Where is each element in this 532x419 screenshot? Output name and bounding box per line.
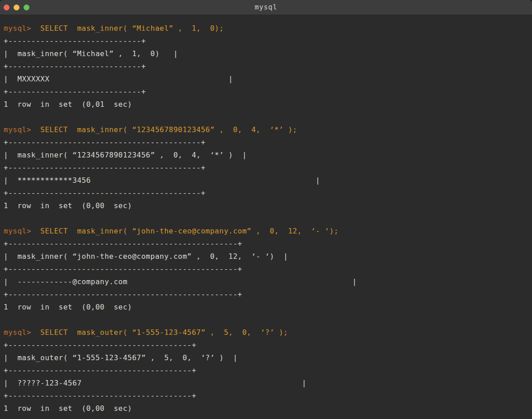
mysql-prompt: mysql> [4,24,31,33]
minimize-button-icon[interactable] [14,5,19,10]
query-block: mysql> SELECT mask_outer( “1-555-123-456… [4,326,528,415]
sql-command: SELECT mask_inner( “1234567890123456” , … [31,125,297,134]
blank-line [4,212,528,225]
sql-command: SELECT mask_outer( “1-555-123-4567” , 5,… [31,328,288,337]
sql-command: SELECT mask_inner( “john-the-ceo@company… [31,227,339,235]
terminal-window: mysql mysql> SELECT mask_inner( “Michael… [0,0,532,419]
command-line: mysql> SELECT mask_inner( “Michael” , 1,… [4,22,528,35]
mysql-prompt: mysql> [4,125,31,134]
status-line: 1 row in set (0,00 sec) [4,301,528,314]
table-result-row: | ------------@company.com | [4,276,528,288]
table-border: +---------------------------------------… [4,364,528,377]
table-border: +-----------------------------+ [4,60,528,73]
status-line: 1 row in set (0,00 sec) [4,200,528,212]
zoom-button-icon[interactable] [24,5,29,10]
command-line: mysql> SELECT mask_outer( “1-555-123-456… [4,326,528,339]
table-border: +---------------------------------------… [4,238,528,250]
status-line: 1 row in set (0,00 sec) [4,402,528,415]
table-border: +---------------------------------------… [4,339,528,352]
query-block: mysql> SELECT mask_inner( “Michael” , 1,… [4,22,528,124]
table-result-row: | ************3456 | [4,174,528,187]
table-header-row: | mask_inner( “john-the-ceo@company.com”… [4,250,528,263]
table-border: +---------------------------------------… [4,162,528,174]
command-line: mysql> SELECT mask_inner( “1234567890123… [4,124,528,136]
table-border: +-----------------------------+ [4,35,528,48]
mysql-prompt: mysql> [4,227,31,235]
table-border: +-----------------------------+ [4,86,528,98]
window-title: mysql [254,3,277,11]
table-border: +---------------------------------------… [4,187,528,200]
query-block: mysql> SELECT mask_inner( “john-the-ceo@… [4,225,528,326]
blank-line [4,111,528,124]
query-block: mysql> SELECT mask_inner( “1234567890123… [4,124,528,225]
table-border: +---------------------------------------… [4,390,528,402]
close-button-icon[interactable] [4,5,10,10]
table-header-row: | mask_inner( “1234567890123456” , 0, 4,… [4,149,528,162]
table-border: +---------------------------------------… [4,288,528,301]
command-line: mysql> SELECT mask_inner( “john-the-ceo@… [4,225,528,238]
status-line: 1 row in set (0,01 sec) [4,98,528,111]
sql-command: SELECT mask_inner( “Michael” , 1, 0); [31,24,224,33]
table-result-row: | MXXXXXX | [4,73,528,86]
table-border: +---------------------------------------… [4,263,528,276]
table-header-row: | mask_outer( “1-555-123-4567” , 5, 0, ‘… [4,352,528,364]
table-result-row: | ?????-123-4567 | [4,377,528,390]
mysql-prompt: mysql> [4,328,31,337]
table-header-row: | mask_inner( “Michael” , 1, 0) | [4,48,528,60]
blank-line [4,314,528,326]
traffic-lights [4,0,29,14]
terminal-output: mysql> SELECT mask_inner( “Michael” , 1,… [0,14,532,415]
table-border: +---------------------------------------… [4,136,528,149]
title-bar: mysql [0,0,532,14]
